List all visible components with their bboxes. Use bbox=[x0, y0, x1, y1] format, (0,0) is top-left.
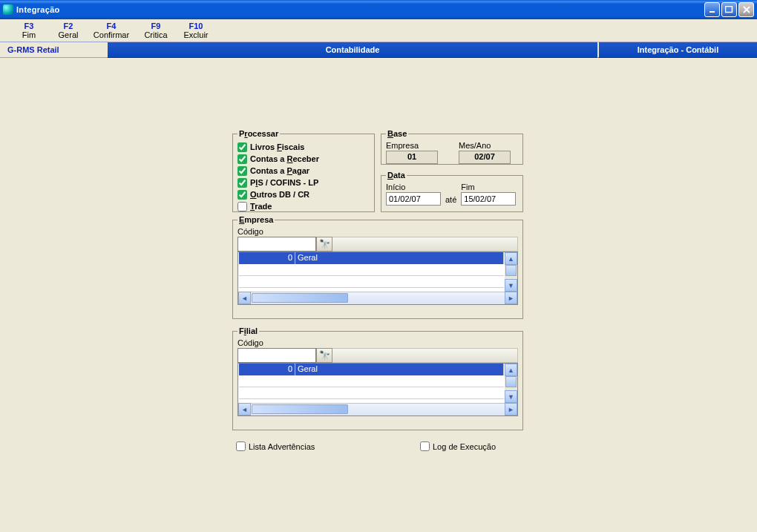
close-button[interactable] bbox=[738, 2, 754, 17]
section-left: G-RMS Retail bbox=[0, 42, 108, 58]
scroll-left-icon[interactable]: ◄ bbox=[238, 292, 251, 304]
processar-item-1[interactable]: Contas a Receber bbox=[237, 153, 370, 165]
base-group: Base Empresa 01 Mes/Ano 02/07 bbox=[381, 129, 523, 165]
binoculars-icon: 🔭 bbox=[319, 350, 330, 361]
scroll-down-icon[interactable]: ▼ bbox=[505, 390, 517, 403]
checkbox[interactable] bbox=[237, 154, 247, 164]
empresa-legend: Empresa bbox=[237, 215, 275, 224]
minimize-button[interactable] bbox=[704, 2, 720, 17]
filial-vscroll[interactable]: ▲ ▼ bbox=[505, 364, 517, 403]
filial-hscroll[interactable]: ◄ ► bbox=[238, 403, 517, 416]
checkbox[interactable] bbox=[237, 202, 247, 211]
empresa-row-desc: Geral bbox=[295, 252, 504, 264]
scroll-up-icon[interactable]: ▲ bbox=[505, 252, 517, 265]
filial-group: Filial Código 🔭 0 Geral ▲ ▼ ◄ bbox=[232, 326, 523, 430]
empresa-row-code: 0 bbox=[239, 252, 295, 264]
maximize-button[interactable] bbox=[721, 2, 737, 17]
data-inicio-label: Início bbox=[386, 183, 441, 191]
empresa-search-button[interactable]: 🔭 bbox=[316, 237, 332, 252]
log-execucao-check[interactable]: Log de Execução bbox=[420, 441, 496, 451]
data-fim-label: Fim bbox=[461, 183, 516, 191]
empresa-grid-header bbox=[332, 237, 518, 252]
checkbox[interactable] bbox=[237, 190, 247, 200]
menu-f9-label: Critica bbox=[144, 30, 167, 39]
window-buttons bbox=[704, 2, 757, 17]
data-fim-input[interactable] bbox=[461, 192, 516, 206]
processar-item-4[interactable]: Outros DB / CR bbox=[237, 188, 370, 200]
menu-f10[interactable]: F10 bbox=[175, 22, 217, 30]
log-execucao-label: Log de Execução bbox=[433, 442, 496, 451]
empresa-codigo-input[interactable] bbox=[237, 237, 316, 252]
empresa-vscroll[interactable]: ▲ ▼ bbox=[505, 252, 517, 292]
data-group: Data Início até Fim bbox=[381, 171, 523, 212]
checkbox[interactable] bbox=[237, 142, 247, 152]
filial-legend: Filial bbox=[237, 326, 259, 335]
scroll-down-icon[interactable]: ▼ bbox=[505, 279, 517, 292]
data-legend: Data bbox=[386, 171, 407, 180]
menu-f10-label: Excluir bbox=[183, 30, 208, 39]
processar-item-0[interactable]: Livros Fiscais bbox=[237, 141, 370, 153]
scroll-thumb[interactable] bbox=[505, 265, 517, 276]
binoculars-icon: 🔭 bbox=[319, 239, 330, 249]
menu-f3-label: Fim bbox=[22, 30, 36, 39]
section-bar: G-RMS Retail Contabilidade Integração - … bbox=[0, 42, 757, 58]
filial-codigo-label: Código bbox=[237, 338, 518, 347]
svg-rect-1 bbox=[726, 7, 733, 13]
scroll-left-icon[interactable]: ◄ bbox=[238, 403, 251, 416]
base-mesano-label: Mes/Ano bbox=[459, 141, 511, 150]
filial-search-button[interactable]: 🔭 bbox=[316, 348, 332, 363]
svg-rect-0 bbox=[710, 11, 715, 13]
filial-grid-header bbox=[332, 348, 518, 363]
filial-row-desc: Geral bbox=[295, 364, 504, 375]
empresa-codigo-label: Código bbox=[237, 227, 518, 236]
scroll-right-icon[interactable]: ► bbox=[505, 403, 517, 416]
processar-item-5[interactable]: Trade bbox=[237, 200, 370, 212]
menu-f4-label: Confirmar bbox=[94, 30, 129, 39]
base-legend: Base bbox=[386, 129, 408, 138]
base-empresa-value: 01 bbox=[386, 151, 438, 164]
checkbox[interactable] bbox=[420, 441, 430, 451]
scroll-right-icon[interactable]: ► bbox=[505, 292, 517, 304]
filial-row-code: 0 bbox=[239, 364, 295, 375]
scroll-thumb[interactable] bbox=[505, 376, 517, 387]
processar-legend: Processar bbox=[237, 129, 280, 138]
scroll-thumb[interactable] bbox=[252, 404, 348, 414]
processar-item-3[interactable]: PIS / COFINS - LP bbox=[237, 177, 370, 188]
scroll-thumb[interactable] bbox=[252, 293, 348, 303]
filial-codigo-input[interactable] bbox=[237, 348, 316, 363]
scroll-up-icon[interactable]: ▲ bbox=[505, 364, 517, 376]
base-empresa-label: Empresa bbox=[386, 141, 438, 150]
menu-f2[interactable]: F2 bbox=[50, 22, 86, 30]
filial-row-selected[interactable]: 0 Geral bbox=[239, 364, 504, 375]
empresa-group: Empresa Código 🔭 0 Geral ▲ ▼ ◄ bbox=[232, 215, 523, 319]
lista-advertencias-check[interactable]: Lista Advertências bbox=[236, 441, 315, 451]
menu-f9[interactable]: F9 bbox=[137, 22, 175, 30]
empresa-row-selected[interactable]: 0 Geral bbox=[239, 252, 504, 264]
menu-f2-label: Geral bbox=[59, 30, 79, 39]
processar-group: Processar Livros Fiscais Contas a Recebe… bbox=[232, 129, 375, 212]
function-menu: F3 F2 F4 F9 F10 Fim Geral Confirmar Crit… bbox=[0, 19, 757, 42]
section-mid: Contabilidade bbox=[108, 42, 597, 58]
data-inicio-input[interactable] bbox=[386, 192, 441, 206]
processar-item-2[interactable]: Contas a Pagar bbox=[237, 165, 370, 177]
menu-f4[interactable]: F4 bbox=[86, 22, 137, 30]
base-mesano-value: 02/07 bbox=[459, 151, 511, 164]
checkbox[interactable] bbox=[237, 178, 247, 188]
section-right: Integração - Contábil bbox=[597, 42, 757, 58]
checkbox[interactable] bbox=[237, 166, 247, 176]
titlebar: Integração bbox=[0, 0, 757, 19]
app-icon bbox=[3, 4, 13, 15]
window-title: Integração bbox=[16, 5, 60, 14]
empresa-grid[interactable]: 0 Geral ▲ ▼ ◄ ► bbox=[237, 252, 518, 305]
menu-f3[interactable]: F3 bbox=[7, 22, 50, 30]
checkbox[interactable] bbox=[236, 441, 246, 451]
lista-advertencias-label: Lista Advertências bbox=[249, 442, 315, 451]
workspace: Processar Livros Fiscais Contas a Recebe… bbox=[0, 58, 757, 514]
empresa-hscroll[interactable]: ◄ ► bbox=[238, 292, 517, 304]
data-ate-label: até bbox=[445, 195, 456, 206]
filial-grid[interactable]: 0 Geral ▲ ▼ ◄ ► bbox=[237, 363, 518, 416]
